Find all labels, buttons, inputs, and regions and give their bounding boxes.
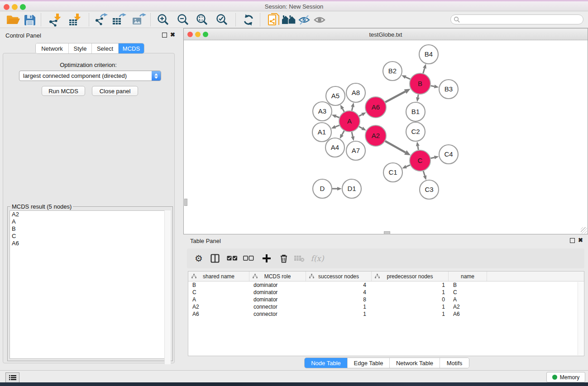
memory-button[interactable]: Memory	[546, 372, 585, 382]
criterion-select[interactable]: largest connected component (directed)	[19, 71, 161, 81]
column-header-mcds-role[interactable]: MCDS role	[249, 272, 306, 281]
table-cell: 1	[306, 311, 372, 317]
list-item[interactable]: A6	[10, 240, 170, 247]
graph-edge[interactable]	[352, 107, 353, 110]
delete-columns-icon[interactable]	[277, 252, 291, 265]
import-table-icon[interactable]	[67, 13, 82, 27]
search-icon	[454, 16, 460, 23]
graph-edge[interactable]	[336, 116, 339, 118]
close-panel-icon[interactable]: ✖	[170, 32, 175, 38]
list-item[interactable]: A2	[10, 211, 170, 218]
function-builder-icon[interactable]: f(x)	[310, 252, 325, 265]
tab-network[interactable]: Network	[36, 43, 69, 53]
list-scrollbar[interactable]	[164, 210, 171, 364]
open-file-icon[interactable]	[5, 13, 21, 27]
table-row[interactable]: A2connector11A2	[188, 303, 584, 310]
network-graph[interactable]: B4B2BB3B1C2A5A8A3A6AA1A2A4A7CC4C1C3DD1	[184, 40, 588, 234]
refresh-icon[interactable]	[241, 13, 256, 27]
graph-edge[interactable]	[431, 86, 435, 86]
settings-icon[interactable]: ⚙	[191, 252, 206, 265]
mcds-result-group: MCDS result (5 nodes) A2ABCA6	[7, 206, 173, 361]
run-mcds-button[interactable]: Run MCDS	[42, 86, 85, 96]
tab-motifs[interactable]: Motifs	[440, 358, 469, 368]
graph-edge[interactable]	[342, 131, 344, 135]
graph-edge[interactable]	[418, 146, 418, 150]
table-cell: B	[449, 282, 487, 288]
zoom-out-icon[interactable]	[176, 13, 191, 27]
scrollbar-thumb-vertical[interactable]	[184, 199, 187, 206]
export-network-icon[interactable]	[93, 13, 109, 27]
create-column-icon[interactable]	[259, 252, 274, 265]
table-cell: 1	[372, 282, 449, 288]
graph-edge[interactable]	[335, 125, 339, 127]
float-table-panel-icon[interactable]	[570, 238, 575, 244]
tab-edge-table[interactable]: Edge Table	[348, 358, 390, 368]
save-session-icon[interactable]	[22, 13, 37, 27]
column-header-shared-name[interactable]: shared name	[188, 272, 249, 281]
graph-edge[interactable]	[352, 132, 353, 136]
list-item[interactable]: A	[10, 218, 170, 225]
export-table-icon[interactable]	[111, 13, 127, 27]
tab-mcds[interactable]: MCDS	[119, 43, 144, 53]
show-columns-icon[interactable]	[208, 252, 222, 265]
select-all-columns-icon[interactable]	[225, 252, 239, 265]
log-console-button[interactable]	[5, 372, 19, 383]
mcds-result-list[interactable]: A2ABCA6	[10, 210, 171, 359]
table-row[interactable]: Cdominator41C	[188, 289, 584, 296]
new-network-from-file-icon[interactable]	[266, 13, 282, 27]
deselect-all-columns-icon[interactable]	[241, 252, 256, 265]
float-panel-icon[interactable]	[162, 33, 167, 38]
table-scrollbar[interactable]	[578, 282, 583, 355]
zoom-fit-icon[interactable]	[195, 13, 210, 27]
graph-edge[interactable]	[406, 77, 410, 79]
scrollbar-thumb-horizontal[interactable]	[384, 231, 390, 234]
import-network-icon[interactable]	[47, 13, 62, 27]
tab-node-table[interactable]: Node Table	[305, 358, 348, 368]
node-table: shared name MCDS role successor nodes pr…	[188, 271, 584, 356]
graph-edge[interactable]	[423, 171, 425, 176]
show-details-icon[interactable]	[312, 13, 328, 27]
graph-node-label: A4	[331, 143, 339, 151]
graph-node-label: A2	[372, 132, 380, 139]
table-row[interactable]: Bdominator41B	[188, 281, 584, 289]
graph-edge[interactable]	[418, 95, 418, 98]
graph-edge[interactable]	[406, 165, 410, 167]
tab-network-table[interactable]: Network Table	[390, 358, 440, 368]
node-table-header: shared name MCDS role successor nodes pr…	[188, 272, 584, 281]
column-header-name[interactable]: name	[449, 272, 487, 281]
tree-column-icon	[375, 274, 380, 280]
memory-label: Memory	[560, 374, 579, 381]
graph-edge[interactable]	[423, 68, 425, 73]
table-row[interactable]: A6connector11A6	[188, 310, 584, 318]
main-toolbar	[0, 11, 588, 28]
delete-table-icon[interactable]	[292, 252, 306, 265]
graph-node-label: A6	[372, 103, 380, 111]
table-row[interactable]: Adominator80A	[188, 296, 584, 303]
hide-details-icon[interactable]	[297, 13, 312, 27]
graph-edge[interactable]	[430, 157, 434, 158]
home-view-icon[interactable]	[282, 13, 297, 27]
column-header-successor-nodes[interactable]: successor nodes	[306, 272, 372, 281]
export-image-icon[interactable]	[131, 13, 147, 27]
tab-style[interactable]: Style	[69, 43, 92, 53]
search-input[interactable]	[460, 16, 583, 23]
close-panel-button[interactable]: Close panel	[92, 86, 138, 96]
network-canvas[interactable]: B4B2BB3B1C2A5A8A3A6AA1A2A4A7CC4C1C3DD1	[184, 40, 588, 234]
search-field[interactable]	[450, 14, 583, 24]
zoom-selected-icon[interactable]	[215, 13, 230, 27]
table-cell: 0	[372, 296, 449, 303]
tab-select[interactable]: Select	[92, 43, 119, 53]
graph-edge[interactable]	[359, 127, 362, 129]
graph-edge[interactable]	[385, 91, 405, 102]
graph-edge[interactable]	[342, 109, 344, 112]
list-item[interactable]: C	[10, 233, 170, 240]
graph-node-label: B3	[445, 85, 453, 93]
resize-grip-icon[interactable]	[581, 227, 587, 234]
zoom-in-icon[interactable]	[156, 13, 171, 27]
column-header-predecessor-nodes[interactable]: predecessor nodes	[372, 272, 449, 281]
status-bar: Memory	[0, 370, 588, 382]
graph-edge[interactable]	[359, 114, 362, 116]
list-item[interactable]: B	[10, 225, 170, 233]
close-table-panel-icon[interactable]: ✖	[578, 238, 583, 243]
graph-edge[interactable]	[385, 141, 406, 152]
